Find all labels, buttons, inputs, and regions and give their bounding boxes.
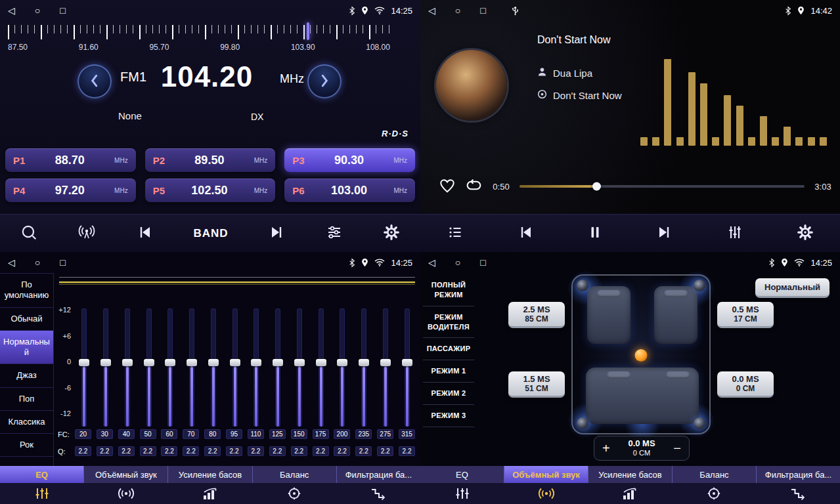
balance-icon[interactable] bbox=[252, 487, 336, 500]
eq-slider-knob[interactable] bbox=[144, 359, 154, 366]
eq-band-slider[interactable] bbox=[336, 308, 349, 427]
eq-slider-knob[interactable] bbox=[79, 359, 89, 366]
front-right-delay[interactable]: 0.5 MS 17 CM bbox=[717, 302, 774, 328]
sound-position-handle[interactable] bbox=[635, 349, 648, 362]
tab-surround[interactable]: Объёмный звук bbox=[504, 466, 588, 483]
previous-station-button[interactable] bbox=[136, 224, 153, 242]
eq-band-slider[interactable] bbox=[185, 308, 198, 427]
tab-bass-boost[interactable]: Усиление басов bbox=[168, 466, 252, 483]
eq-band-slider[interactable] bbox=[164, 308, 177, 427]
home-icon[interactable]: ○ bbox=[455, 257, 460, 268]
delay-increase-button[interactable]: + bbox=[602, 442, 610, 455]
mode-item[interactable]: РЕЖИМ 1 bbox=[423, 360, 474, 383]
eq-slider-knob[interactable] bbox=[273, 359, 283, 366]
tab-filter[interactable]: Фильтрация ба... bbox=[757, 466, 840, 483]
mode-item[interactable]: РЕЖИМ ВОДИТЕЛЯ bbox=[423, 306, 474, 339]
tune-up-button[interactable] bbox=[307, 64, 342, 98]
previous-track-button[interactable] bbox=[517, 224, 534, 242]
eq-band-slider[interactable] bbox=[99, 308, 112, 427]
tab-bass-boost[interactable]: Усиление басов bbox=[588, 466, 673, 483]
eq-slider-knob[interactable] bbox=[251, 359, 261, 366]
recents-icon[interactable]: □ bbox=[480, 257, 485, 268]
eq-slider-knob[interactable] bbox=[208, 359, 219, 366]
preset-button[interactable]: P5 102.50 MHz bbox=[145, 178, 276, 202]
eq-preset-item[interactable]: По умолчанию bbox=[0, 274, 53, 308]
playlist-button[interactable] bbox=[447, 224, 464, 242]
mode-item[interactable]: РЕЖИМ 3 bbox=[423, 405, 474, 427]
filter-icon[interactable] bbox=[756, 487, 840, 500]
tab-surround[interactable]: Объёмный звук bbox=[84, 466, 168, 483]
back-icon[interactable]: ◁ bbox=[8, 5, 15, 16]
preset-button[interactable]: P6 103.00 MHz bbox=[284, 178, 415, 202]
eq-band-slider[interactable] bbox=[315, 308, 328, 427]
eq-slider-knob[interactable] bbox=[294, 359, 305, 366]
eq-sliders-icon[interactable] bbox=[420, 487, 504, 500]
eq-band-slider[interactable] bbox=[207, 308, 220, 427]
next-track-button[interactable] bbox=[656, 224, 673, 242]
surround-icon[interactable] bbox=[84, 487, 168, 500]
rear-left-delay[interactable]: 1.5 MS 51 CM bbox=[508, 371, 565, 398]
front-left-delay[interactable]: 2.5 MS 85 CM bbox=[508, 302, 565, 328]
seek-knob[interactable] bbox=[592, 182, 601, 191]
delay-decrease-button[interactable]: − bbox=[673, 442, 681, 455]
mode-item[interactable]: РЕЖИМ 2 bbox=[423, 383, 474, 405]
preset-button[interactable]: P1 88.70 MHz bbox=[5, 148, 136, 172]
eq-band-slider[interactable] bbox=[77, 308, 91, 427]
band-button[interactable]: BAND bbox=[193, 227, 228, 240]
mode-item[interactable]: ПАССАЖИР bbox=[423, 338, 474, 360]
bass-boost-icon[interactable] bbox=[588, 487, 673, 500]
eq-slider-knob[interactable] bbox=[165, 359, 175, 366]
frequency-scale[interactable]: 87.5091.6095.7099.80103.90108.00 bbox=[0, 22, 420, 56]
eq-slider-knob[interactable] bbox=[316, 359, 326, 366]
eq-slider-knob[interactable] bbox=[230, 359, 240, 366]
audio-settings-button[interactable] bbox=[326, 224, 343, 242]
preset-button[interactable]: P4 97.20 MHz bbox=[5, 178, 136, 202]
eq-preset-item[interactable]: Нормальный bbox=[0, 331, 53, 365]
eq-band-slider[interactable] bbox=[271, 308, 284, 427]
eq-band-slider[interactable] bbox=[401, 308, 414, 427]
eq-band-slider[interactable] bbox=[379, 308, 392, 427]
preset-button[interactable]: P3 90.30 MHz bbox=[284, 148, 415, 172]
settings-button[interactable] bbox=[383, 224, 400, 243]
balance-icon[interactable] bbox=[672, 487, 756, 500]
eq-band-slider[interactable] bbox=[121, 308, 134, 427]
repeat-button[interactable] bbox=[465, 178, 483, 196]
home-icon[interactable]: ○ bbox=[455, 5, 460, 16]
tab-eq[interactable]: EQ bbox=[0, 466, 84, 483]
tab-eq[interactable]: EQ bbox=[420, 466, 504, 483]
scan-button[interactable] bbox=[20, 224, 37, 243]
broadcast-button[interactable] bbox=[77, 224, 96, 243]
eq-band-slider[interactable] bbox=[250, 308, 263, 427]
eq-slider-knob[interactable] bbox=[100, 359, 111, 366]
eq-preset-item[interactable]: Обычай bbox=[0, 308, 53, 331]
eq-slider-knob[interactable] bbox=[122, 359, 133, 366]
eq-preset-item[interactable]: Джаз bbox=[0, 364, 53, 387]
settings-button[interactable] bbox=[797, 224, 814, 243]
tab-balance[interactable]: Баланс bbox=[673, 466, 757, 483]
favorite-button[interactable] bbox=[439, 178, 456, 196]
tuning-indicator[interactable] bbox=[307, 22, 309, 40]
eq-slider-knob[interactable] bbox=[187, 359, 197, 366]
mixer-button[interactable] bbox=[726, 224, 743, 242]
back-icon[interactable]: ◁ bbox=[428, 257, 435, 268]
eq-band-slider[interactable] bbox=[357, 308, 370, 427]
filter-icon[interactable] bbox=[336, 487, 420, 500]
seek-bar[interactable] bbox=[519, 185, 805, 188]
bass-boost-icon[interactable] bbox=[168, 487, 252, 500]
eq-preset-item[interactable]: Классика bbox=[0, 411, 53, 434]
sound-preset-button[interactable]: Нормальный bbox=[755, 278, 829, 298]
surround-icon[interactable] bbox=[504, 487, 588, 500]
eq-slider-knob[interactable] bbox=[380, 359, 391, 366]
eq-band-slider[interactable] bbox=[229, 308, 242, 427]
eq-slider-knob[interactable] bbox=[359, 359, 369, 366]
back-icon[interactable]: ◁ bbox=[428, 5, 435, 16]
tune-down-button[interactable] bbox=[77, 64, 112, 98]
eq-slider-knob[interactable] bbox=[337, 359, 347, 366]
home-icon[interactable]: ○ bbox=[35, 5, 40, 16]
preset-button[interactable]: P2 89.50 MHz bbox=[145, 148, 276, 172]
eq-band-slider[interactable] bbox=[143, 308, 156, 427]
pause-button[interactable] bbox=[587, 224, 603, 242]
tab-balance[interactable]: Баланс bbox=[253, 466, 337, 483]
eq-preset-item[interactable]: Поп bbox=[0, 388, 53, 411]
back-icon[interactable]: ◁ bbox=[8, 257, 15, 268]
